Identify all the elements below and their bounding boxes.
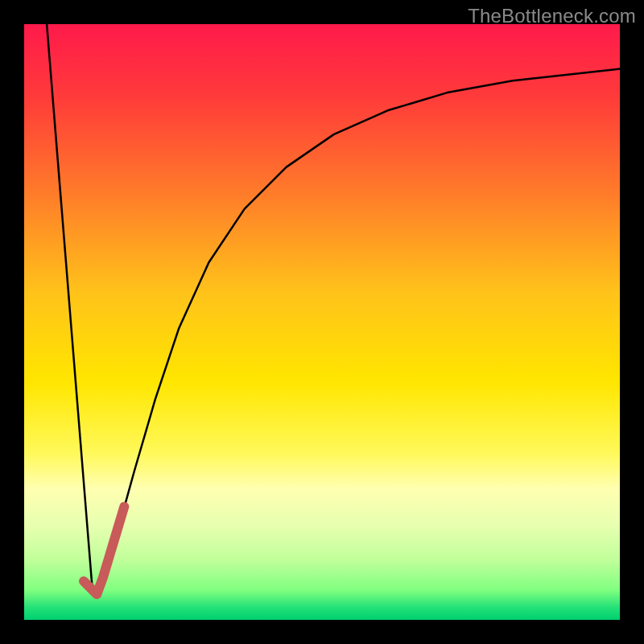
chart-frame: TheBottleneck.com <box>0 0 644 644</box>
bottleneck-chart <box>24 24 620 620</box>
